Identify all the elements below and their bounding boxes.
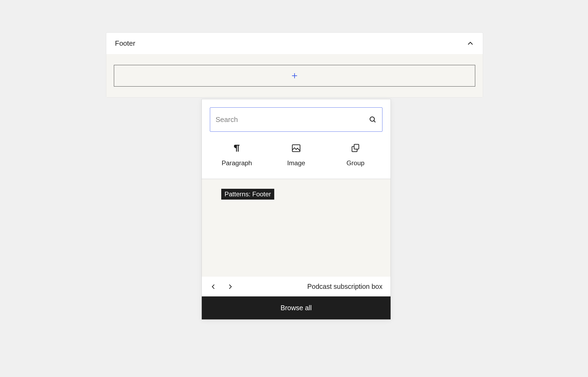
panel-body <box>106 54 483 97</box>
search-wrap <box>202 99 391 137</box>
block-label: Paragraph <box>222 159 252 167</box>
pattern-title: Podcast subscription box <box>307 283 382 290</box>
pattern-nav: Podcast subscription box <box>202 277 391 296</box>
search-field[interactable] <box>210 107 382 132</box>
browse-all-button[interactable]: Browse all <box>202 296 391 319</box>
svg-line-3 <box>374 121 375 122</box>
block-label: Image <box>287 159 305 167</box>
footer-section-panel: Footer <box>106 32 483 98</box>
block-inserter-popover: Paragraph Image Group Patterns: Footer <box>201 99 391 320</box>
patterns-preview-area[interactable]: Patterns: Footer <box>202 179 391 277</box>
chevron-up-icon <box>467 40 474 47</box>
chevron-left-icon[interactable] <box>210 283 217 290</box>
panel-header[interactable]: Footer <box>106 33 483 54</box>
svg-rect-6 <box>354 144 359 149</box>
block-image[interactable]: Image <box>272 143 321 167</box>
group-icon <box>350 143 361 153</box>
add-block-button[interactable] <box>114 65 475 87</box>
block-paragraph[interactable]: Paragraph <box>213 143 261 167</box>
search-icon <box>369 115 377 124</box>
patterns-badge: Patterns: Footer <box>221 189 274 200</box>
block-group[interactable]: Group <box>331 143 380 167</box>
search-input[interactable] <box>216 115 369 124</box>
chevron-right-icon[interactable] <box>227 283 234 290</box>
svg-rect-4 <box>292 145 300 151</box>
svg-point-2 <box>370 117 374 121</box>
paragraph-icon <box>232 143 242 153</box>
block-label: Group <box>346 159 365 167</box>
plus-icon <box>291 72 298 80</box>
image-icon <box>291 143 301 153</box>
panel-title: Footer <box>115 39 135 48</box>
nav-arrows <box>210 283 234 290</box>
blocks-row: Paragraph Image Group <box>202 137 391 179</box>
